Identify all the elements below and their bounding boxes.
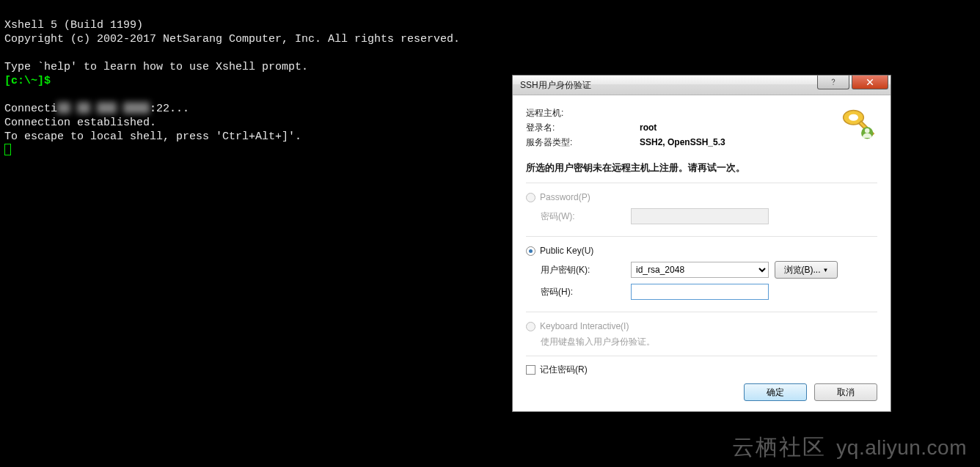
remember-password-checkbox[interactable] bbox=[526, 365, 535, 375]
term-line: Copyright (c) 2002-2017 NetSarang Comput… bbox=[4, 33, 460, 45]
shell-prompt[interactable]: [c:\~]$ bbox=[4, 75, 51, 87]
ssh-auth-dialog: SSH用户身份验证 远程主机: 登录名: root 服务器类型: SSH2, O… bbox=[512, 75, 891, 412]
keyboard-interactive-group: Keyboard Interactive(I) 使用键盘输入用户身份验证。 bbox=[526, 312, 877, 356]
remember-password-label: 记住密码(R) bbox=[540, 364, 588, 376]
cancel-button[interactable]: 取消 bbox=[814, 383, 877, 401]
password-radio-label: Password(P) bbox=[540, 192, 590, 202]
error-message: 所选的用户密钥未在远程主机上注册。请再试一次。 bbox=[526, 157, 877, 183]
term-line: Connection established. bbox=[4, 117, 156, 129]
password-group: Password(P) 密码(W): bbox=[526, 183, 877, 236]
password-field-label: 密码(W): bbox=[541, 210, 625, 223]
watermark: 云栖社区 yq.aliyun.com bbox=[732, 433, 967, 463]
terminal-cursor bbox=[4, 144, 11, 155]
userkey-label: 用户密钥(K): bbox=[541, 264, 625, 276]
publickey-group: Public Key(U) 用户密钥(K): id_rsa_2048 浏览(B)… bbox=[526, 236, 877, 312]
term-line: Xshell 5 (Build 1199) bbox=[4, 19, 143, 32]
remote-host-label: 远程主机: bbox=[526, 107, 640, 119]
term-line: Connecti██ ██ ███ ████:22... bbox=[4, 103, 189, 115]
close-button[interactable] bbox=[852, 76, 888, 89]
keyboard-interactive-radio[interactable] bbox=[526, 322, 535, 331]
keyboard-interactive-radio-label: Keyboard Interactive(I) bbox=[540, 321, 629, 331]
key-user-icon bbox=[839, 106, 877, 144]
term-line: To escape to local shell, press 'Ctrl+Al… bbox=[4, 130, 301, 143]
keyboard-interactive-note: 使用键盘输入用户身份验证。 bbox=[541, 336, 877, 348]
help-icon bbox=[829, 78, 838, 87]
watermark-en: yq.aliyun.com bbox=[836, 436, 967, 460]
passphrase-input[interactable] bbox=[631, 284, 769, 300]
close-icon bbox=[866, 78, 874, 87]
userkey-select[interactable]: id_rsa_2048 bbox=[631, 262, 769, 278]
login-name-label: 登录名: bbox=[526, 122, 640, 134]
ok-button[interactable]: 确定 bbox=[744, 383, 807, 401]
login-name-value: root bbox=[640, 122, 657, 133]
svg-point-3 bbox=[865, 128, 870, 133]
browse-button[interactable]: 浏览(B)...▼ bbox=[775, 261, 838, 279]
terminal-output: Xshell 5 (Build 1199) Copyright (c) 2002… bbox=[4, 4, 460, 160]
connection-info: 远程主机: 登录名: root 服务器类型: SSH2, OpenSSH_5.3 bbox=[526, 106, 877, 150]
dialog-title: SSH用户身份验证 bbox=[520, 79, 591, 92]
dialog-titlebar[interactable]: SSH用户身份验证 bbox=[513, 76, 891, 95]
help-button[interactable] bbox=[817, 76, 849, 89]
password-radio[interactable] bbox=[526, 193, 535, 202]
dropdown-icon: ▼ bbox=[823, 267, 829, 273]
publickey-radio-label: Public Key(U) bbox=[540, 246, 593, 256]
watermark-cn: 云栖社区 bbox=[732, 433, 826, 463]
password-input bbox=[631, 208, 769, 224]
svg-point-1 bbox=[849, 114, 858, 121]
term-line: Type `help' to learn how to use Xshell p… bbox=[4, 61, 308, 73]
passphrase-label: 密码(H): bbox=[541, 286, 625, 298]
server-type-label: 服务器类型: bbox=[526, 136, 640, 149]
server-type-value: SSH2, OpenSSH_5.3 bbox=[640, 137, 725, 147]
publickey-radio[interactable] bbox=[526, 246, 535, 256]
